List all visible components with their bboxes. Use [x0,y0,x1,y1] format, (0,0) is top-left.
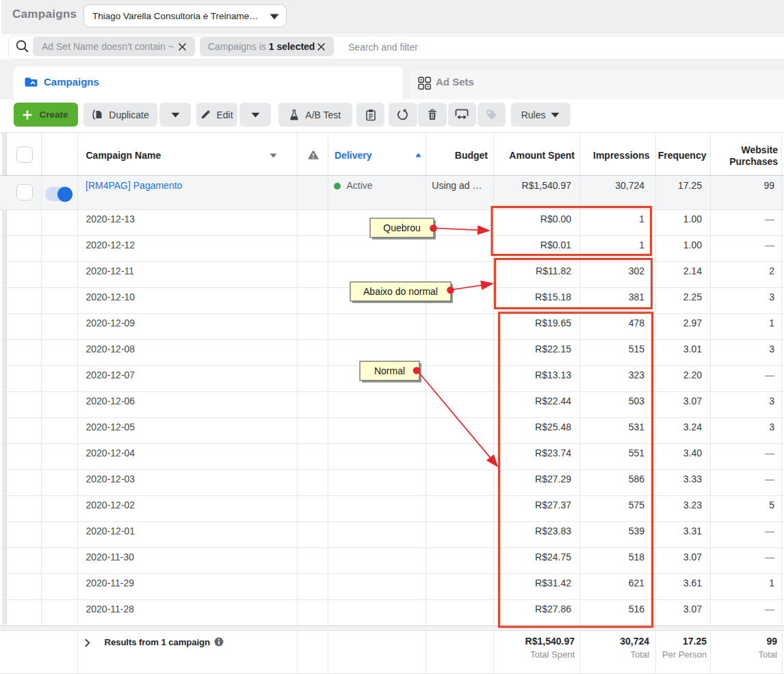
svg-text:Normal: Normal [374,365,405,376]
svg-text:Abaixo do normal: Abaixo do normal [363,286,438,297]
svg-text:Quebrou: Quebrou [383,222,420,233]
